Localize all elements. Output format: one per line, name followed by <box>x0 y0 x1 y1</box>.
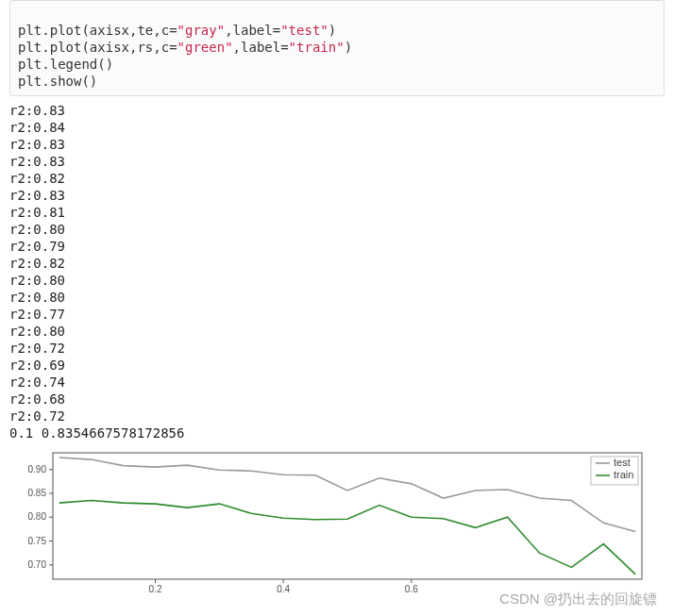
code-line-1: plt.plot(axisx,te,c="gray",label="test") <box>18 23 336 38</box>
code-line-4: plt.show() <box>18 74 97 89</box>
svg-text:train: train <box>614 469 633 480</box>
chart-output: 0.700.750.800.850.900.20.40.6testtrain <box>17 447 665 598</box>
output-text: r2:0.83 r2:0.84 r2:0.83 r2:0.83 r2:0.82 … <box>9 102 665 441</box>
svg-text:0.80: 0.80 <box>28 511 47 522</box>
svg-text:0.75: 0.75 <box>28 536 47 546</box>
svg-text:test: test <box>614 457 631 468</box>
svg-rect-0 <box>53 453 642 579</box>
svg-text:0.4: 0.4 <box>277 584 290 594</box>
svg-text:0.85: 0.85 <box>28 488 47 498</box>
code-line-3: plt.legend() <box>18 57 113 72</box>
svg-text:0.70: 0.70 <box>28 559 47 570</box>
code-cell: plt.plot(axisx,te,c="gray",label="test")… <box>9 0 665 96</box>
svg-text:0.2: 0.2 <box>149 584 162 594</box>
svg-text:0.90: 0.90 <box>28 464 47 474</box>
code-line-2: plt.plot(axisx,rs,c="green",label="train… <box>18 40 352 55</box>
svg-text:0.6: 0.6 <box>405 584 418 594</box>
line-chart: 0.700.750.800.850.900.20.40.6testtrain <box>17 447 649 598</box>
